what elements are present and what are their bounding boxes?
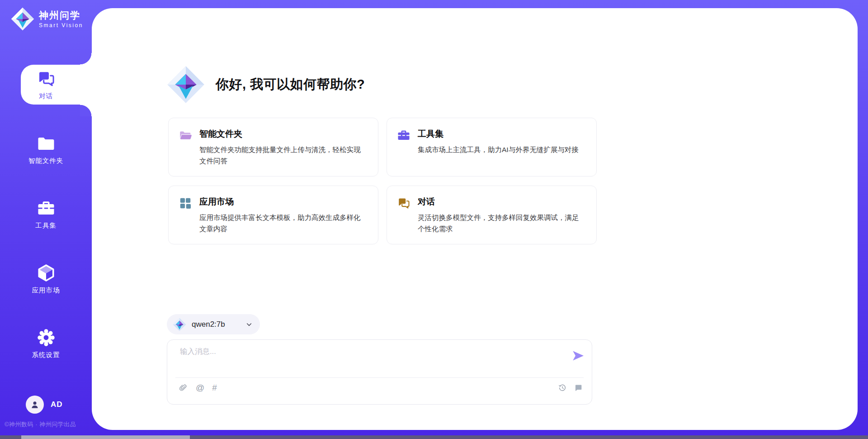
greeting-logo-diamond-icon xyxy=(167,66,205,104)
brand-text: 神州问学 Smart Vision xyxy=(39,10,83,28)
message-input[interactable] xyxy=(180,347,564,372)
send-icon[interactable] xyxy=(571,349,585,363)
sidebar-nav: 对话 智能文件夹 xyxy=(0,65,92,363)
card-title: 工具集 xyxy=(418,128,579,140)
at-icon[interactable]: @ xyxy=(196,383,204,392)
briefcase-icon xyxy=(397,129,410,142)
card-description: 灵活切换多模型文件，支持多样回复效果调试，满足个性化需求 xyxy=(418,212,585,234)
sidebar: 神州问学 Smart Vision 对话 xyxy=(0,0,92,439)
paperclip-icon[interactable] xyxy=(179,383,188,392)
person-icon xyxy=(29,399,40,410)
avatar xyxy=(26,396,44,414)
history-icon[interactable] xyxy=(558,383,567,392)
message-composer: @ # xyxy=(167,339,592,405)
active-tab-fillet-top xyxy=(80,53,92,65)
greeting-text: 你好, 我可以如何帮助你? xyxy=(216,76,365,94)
feature-cards: 智能文件夹 智能文件夹功能支持批量文件上传与清洗，轻松实现文件问答 工具集 集成… xyxy=(168,118,597,244)
feature-card-app-market[interactable]: 应用市场 应用市场提供丰富长文本模板，助力高效生成多样化文章内容 xyxy=(168,186,378,244)
sidebar-item-label: 对话 xyxy=(39,92,53,100)
sidebar-item-label: 智能文件夹 xyxy=(28,157,64,165)
composer-toolbar-right xyxy=(558,383,583,392)
composer-divider xyxy=(175,377,584,378)
active-tab-fillet-bottom xyxy=(80,105,92,116)
card-title: 智能文件夹 xyxy=(199,128,367,140)
sidebar-item-toolset[interactable]: 工具集 xyxy=(0,194,92,234)
hash-icon[interactable]: # xyxy=(212,383,217,392)
model-logo-diamond-icon xyxy=(173,318,186,331)
card-description: 智能文件夹功能支持批量文件上传与清洗，轻松实现文件问答 xyxy=(199,144,367,167)
comment-icon[interactable] xyxy=(574,383,583,392)
sidebar-item-chat[interactable]: 对话 xyxy=(0,65,92,105)
sidebar-item-app-market[interactable]: 应用市场 xyxy=(0,259,92,299)
scrollbar-thumb[interactable] xyxy=(21,435,190,439)
brand-name: 神州问学 xyxy=(39,10,83,21)
folder-open-icon xyxy=(179,129,192,142)
brand-subtitle: Smart Vision xyxy=(39,22,83,29)
grid-icon xyxy=(179,196,192,210)
feature-card-chat[interactable]: 对话 灵活切换多模型文件，支持多样回复效果调试，满足个性化需求 xyxy=(387,186,597,244)
horizontal-scrollbar[interactable] xyxy=(0,435,868,439)
sidebar-item-smart-folder[interactable]: 智能文件夹 xyxy=(0,129,92,169)
card-title: 对话 xyxy=(418,196,585,208)
sidebar-item-label: 系统设置 xyxy=(32,351,60,359)
greeting-section: 你好, 我可以如何帮助你? xyxy=(167,66,365,104)
user-account[interactable]: AD xyxy=(26,396,63,414)
sidebar-item-label: 应用市场 xyxy=(32,286,60,295)
model-selector[interactable]: qwen2:7b xyxy=(167,314,260,334)
cube-icon xyxy=(37,263,56,282)
feature-card-smart-folder[interactable]: 智能文件夹 智能文件夹功能支持批量文件上传与清洗，轻松实现文件问答 xyxy=(168,118,378,177)
card-title: 应用市场 xyxy=(199,196,367,208)
composer-toolbar: @ # xyxy=(179,383,583,392)
briefcase-icon xyxy=(37,199,56,218)
main-content: 你好, 我可以如何帮助你? 智能文件夹 智能文件夹功能支持批量文件上传与清洗，轻… xyxy=(167,0,597,439)
feature-card-toolset[interactable]: 工具集 集成市场上主流工具，助力AI与外界无缝扩展与对接 xyxy=(387,118,597,177)
user-name: AD xyxy=(51,400,63,409)
chat-bubbles-icon xyxy=(37,69,56,88)
brand-logo: 神州问学 Smart Vision xyxy=(11,7,83,31)
folder-icon xyxy=(37,134,56,153)
card-description: 应用市场提供丰富长文本模板，助力高效生成多样化文章内容 xyxy=(199,212,367,234)
copyright-footer: ©神州数码 · 神州问学出品 xyxy=(5,420,76,429)
logo-diamond-icon xyxy=(11,7,34,31)
chat-bubbles-icon xyxy=(397,196,410,210)
sidebar-item-label: 工具集 xyxy=(35,221,57,230)
gear-icon xyxy=(37,328,56,347)
model-name: qwen2:7b xyxy=(192,320,225,329)
card-description: 集成市场上主流工具，助力AI与外界无缝扩展与对接 xyxy=(418,144,579,155)
chevron-down-icon xyxy=(245,321,253,328)
sidebar-item-settings[interactable]: 系统设置 xyxy=(0,324,92,363)
